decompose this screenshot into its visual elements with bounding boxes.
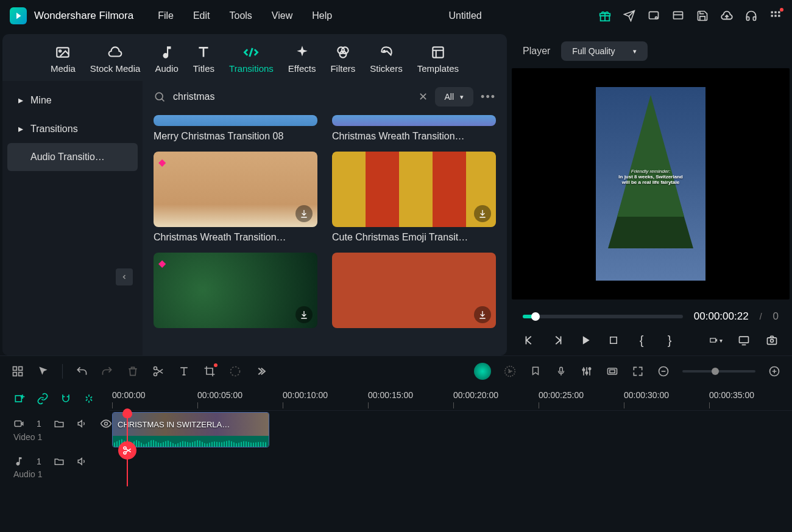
- zoom-slider[interactable]: [682, 370, 755, 373]
- sidebar-item-transitions[interactable]: ▸ Transitions: [7, 114, 138, 143]
- download-icon[interactable]: [474, 306, 491, 323]
- marker-button[interactable]: [529, 365, 542, 378]
- download-icon[interactable]: [474, 205, 491, 222]
- player-settings-button[interactable]: ▾: [709, 334, 723, 347]
- tab-transitions[interactable]: Transitions: [229, 44, 274, 81]
- download-icon[interactable]: [295, 306, 313, 323]
- zoom-in-button[interactable]: [768, 365, 781, 378]
- add-track-button[interactable]: [13, 393, 26, 405]
- step-forward-button[interactable]: [551, 334, 564, 347]
- video-track[interactable]: CHRISTMAS IN SWITZERLA…: [110, 411, 792, 449]
- quality-dropdown[interactable]: Full Quality ▾: [561, 41, 648, 61]
- stop-button[interactable]: [607, 334, 620, 347]
- menu-tools[interactable]: Tools: [230, 10, 252, 21]
- transition-card[interactable]: [332, 253, 496, 328]
- apps-icon[interactable]: [769, 9, 782, 23]
- text-tool-button[interactable]: [177, 365, 191, 378]
- audio-track[interactable]: [110, 449, 792, 486]
- folder-icon[interactable]: [54, 456, 65, 467]
- sidebar-item-audio-transitions[interactable]: Audio Transitio…: [7, 143, 138, 171]
- search-input[interactable]: [173, 91, 411, 102]
- clear-search-button[interactable]: ✕: [419, 90, 428, 103]
- tab-media[interactable]: Media: [51, 44, 76, 81]
- mark-out-button[interactable]: }: [663, 334, 676, 347]
- svg-point-29: [154, 373, 157, 376]
- save-icon[interactable]: [696, 9, 709, 23]
- more-tools-button[interactable]: [254, 365, 267, 378]
- progress-thumb[interactable]: [531, 312, 540, 321]
- filter-dropdown[interactable]: All ▾: [435, 87, 474, 107]
- video-track-header[interactable]: 1 Video 1: [0, 411, 110, 449]
- cloud-media-icon: [107, 44, 124, 61]
- delete-button[interactable]: [126, 365, 140, 378]
- menu-file[interactable]: File: [158, 10, 174, 21]
- transition-card[interactable]: Cute Christmas Emoji Transit…: [332, 152, 496, 243]
- menu-help[interactable]: Help: [312, 10, 332, 21]
- gift-icon[interactable]: [598, 9, 612, 23]
- send-icon[interactable]: [623, 9, 636, 23]
- headphones-icon[interactable]: [744, 9, 758, 23]
- zoom-out-button[interactable]: [657, 365, 670, 378]
- tab-templates[interactable]: Templates: [417, 44, 459, 81]
- tab-audio[interactable]: Audio: [155, 44, 178, 81]
- menu-edit[interactable]: Edit: [193, 10, 210, 21]
- tab-effects[interactable]: Effects: [288, 44, 316, 81]
- ai-button[interactable]: [474, 363, 491, 380]
- volume-icon[interactable]: [77, 456, 88, 467]
- playhead-handle[interactable]: [122, 408, 132, 418]
- svg-point-28: [154, 367, 157, 370]
- select-tool-button[interactable]: [37, 365, 50, 378]
- layout-icon[interactable]: [671, 9, 685, 23]
- playhead[interactable]: [127, 411, 128, 486]
- fit-button[interactable]: [631, 365, 645, 378]
- message-icon[interactable]: [647, 9, 660, 23]
- volume-icon[interactable]: [77, 418, 88, 429]
- transition-card[interactable]: Christmas Wreath Transition…: [332, 115, 496, 142]
- more-options-button[interactable]: •••: [481, 91, 496, 103]
- svg-point-35: [589, 368, 590, 369]
- split-button[interactable]: [152, 365, 165, 378]
- grid-tool-button[interactable]: [11, 365, 24, 378]
- playhead-cut-button[interactable]: [118, 441, 136, 460]
- cloud-icon[interactable]: [720, 9, 734, 23]
- mic-button[interactable]: [554, 365, 568, 378]
- mark-in-button[interactable]: {: [635, 334, 648, 347]
- mixer-button[interactable]: [580, 365, 593, 378]
- tab-titles[interactable]: Titles: [193, 44, 214, 81]
- tab-stickers[interactable]: Stickers: [370, 44, 402, 81]
- snapshot-button[interactable]: [765, 334, 779, 347]
- video-clip[interactable]: CHRISTMAS IN SWITZERLA…: [112, 412, 269, 447]
- crop-button[interactable]: [203, 365, 216, 378]
- collapse-sidebar-button[interactable]: [116, 268, 133, 285]
- adjust-button[interactable]: [606, 365, 619, 378]
- play-button[interactable]: [579, 334, 592, 347]
- transition-card[interactable]: Merry Christmas Transition 08: [154, 115, 317, 142]
- fullscreen-button[interactable]: [737, 334, 751, 347]
- audio-track-header[interactable]: 1 Audio 1: [0, 449, 110, 486]
- zoom-thumb[interactable]: [712, 368, 719, 375]
- menu-view[interactable]: View: [272, 10, 292, 21]
- sidebar-item-mine[interactable]: ▸ Mine: [7, 86, 138, 114]
- magnet-button[interactable]: [60, 393, 72, 405]
- clip-waveform: [113, 436, 269, 447]
- render-button[interactable]: [503, 365, 517, 378]
- timeline-tracks[interactable]: 00:00:00 00:00:05:00 00:00:10:00 00:00:1…: [110, 387, 792, 532]
- transition-card[interactable]: ◆ Christmas Wreath Transition…: [154, 152, 317, 243]
- transition-card[interactable]: ◆: [154, 253, 317, 328]
- auto-ripple-button[interactable]: [83, 393, 95, 405]
- tab-filters[interactable]: Filters: [330, 44, 355, 81]
- ruler-tick: 00:00:10:00: [283, 390, 328, 400]
- tab-stock-media[interactable]: Stock Media: [90, 44, 141, 81]
- link-button[interactable]: [37, 393, 49, 405]
- progress-slider[interactable]: [523, 315, 683, 318]
- preview-viewport[interactable]: Friendly reminder: In just 8 weeks, Swit…: [512, 68, 790, 299]
- color-button[interactable]: [228, 365, 242, 378]
- folder-icon[interactable]: [54, 418, 65, 429]
- redo-button[interactable]: [101, 365, 114, 378]
- results-grid[interactable]: Merry Christmas Transition 08 Christmas …: [143, 113, 507, 355]
- time-ruler[interactable]: 00:00:00 00:00:05:00 00:00:10:00 00:00:1…: [110, 387, 792, 411]
- download-icon[interactable]: [295, 205, 313, 222]
- step-back-button[interactable]: [523, 334, 536, 347]
- undo-button[interactable]: [75, 365, 88, 378]
- card-thumbnail: [332, 152, 496, 227]
